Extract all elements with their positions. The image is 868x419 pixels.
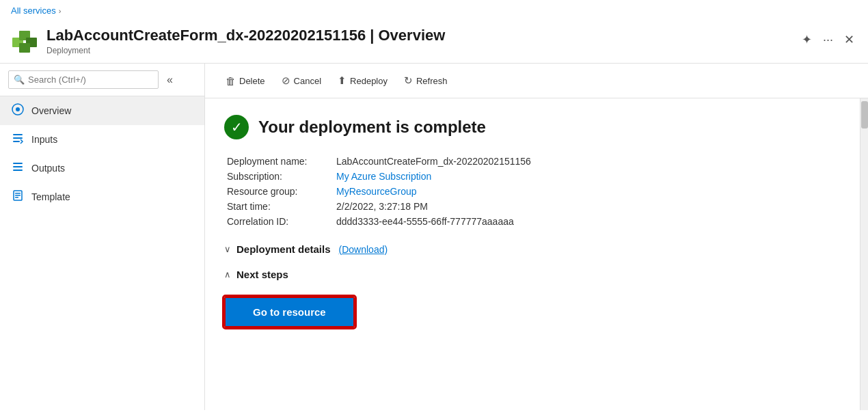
search-wrapper: 🔍 (8, 70, 159, 89)
scrollbar-track[interactable] (860, 98, 868, 410)
delete-icon: 🗑 (226, 75, 236, 87)
collapse-sidebar-button[interactable]: « (163, 71, 177, 89)
info-row-subscription: Subscription: My Azure Subscription (227, 171, 841, 182)
close-button[interactable]: ✕ (841, 31, 857, 49)
sidebar-item-overview[interactable]: Overview (0, 96, 204, 125)
next-steps-section-header[interactable]: ∧ Next steps (224, 269, 841, 280)
sidebar: 🔍 « Overview (0, 64, 205, 410)
outputs-icon (11, 161, 25, 176)
svg-rect-3 (19, 43, 30, 53)
sidebar-item-outputs-label: Outputs (31, 163, 65, 174)
more-button[interactable]: ··· (820, 31, 836, 49)
sidebar-item-inputs[interactable]: Inputs (0, 125, 204, 154)
go-to-resource-button[interactable]: Go to resource (224, 297, 355, 327)
status-title: Your deployment is complete (258, 118, 486, 137)
info-row-resource-group: Resource group: MyResourceGroup (227, 186, 841, 197)
start-time-label: Start time: (227, 201, 336, 212)
download-link[interactable]: (Download) (339, 244, 388, 255)
deployment-name-value: LabAccountCreateForm_dx-20220202151156 (336, 156, 531, 167)
refresh-label: Refresh (416, 76, 448, 86)
subscription-value[interactable]: My Azure Subscription (336, 171, 431, 182)
template-icon (11, 189, 25, 204)
next-steps-section: ∧ Next steps Go to resource (224, 269, 841, 327)
deployment-details-chevron: ∨ (224, 244, 231, 254)
content-area: 🗑 Delete ⊘ Cancel ⬆ Redeploy ↻ Refresh ✓ (205, 64, 868, 410)
breadcrumb-chevron: › (59, 7, 62, 15)
deployment-status: ✓ Your deployment is complete (224, 115, 841, 139)
content-body: ✓ Your deployment is complete Deployment… (205, 98, 860, 410)
correlation-value: dddd3333-ee44-5555-66ff-777777aaaaaa (336, 216, 514, 227)
next-steps-label: Next steps (236, 269, 288, 280)
inputs-icon (11, 132, 25, 147)
cancel-icon: ⊘ (282, 75, 290, 87)
header-actions: ✦ ··· ✕ (799, 31, 857, 49)
search-bar-container: 🔍 « (0, 64, 204, 96)
resource-icon (11, 28, 38, 57)
status-check-icon: ✓ (224, 115, 249, 139)
subscription-label: Subscription: (227, 171, 336, 182)
svg-rect-10 (13, 166, 23, 167)
info-row-start-time: Start time: 2/2/2022, 3:27:18 PM (227, 201, 841, 212)
page-header: LabAccountCreateForm_dx-20220202151156 |… (0, 21, 868, 64)
info-row-correlation: Correlation ID: dddd3333-ee44-5555-66ff-… (227, 216, 841, 227)
deployment-details-section-header[interactable]: ∨ Deployment details (Download) (224, 243, 841, 255)
toolbar: 🗑 Delete ⊘ Cancel ⬆ Redeploy ↻ Refresh (205, 64, 868, 98)
header-title-block: LabAccountCreateForm_dx-20220202151156 |… (46, 27, 791, 55)
scrollbar-thumb[interactable] (861, 101, 868, 129)
page-title: LabAccountCreateForm_dx-20220202151156 |… (46, 27, 791, 44)
info-grid: Deployment name: LabAccountCreateForm_dx… (227, 156, 841, 227)
delete-label: Delete (239, 76, 265, 86)
main-layout: 🔍 « Overview (0, 64, 868, 410)
redeploy-button[interactable]: ⬆ Redeploy (331, 70, 394, 91)
svg-rect-6 (13, 134, 23, 135)
all-services-link[interactable]: All services (11, 5, 56, 16)
correlation-label: Correlation ID: (227, 216, 336, 227)
resource-group-label: Resource group: (227, 186, 336, 197)
resource-group-value[interactable]: MyResourceGroup (336, 186, 417, 197)
refresh-button[interactable]: ↻ Refresh (397, 70, 455, 91)
redeploy-label: Redeploy (350, 76, 388, 86)
svg-rect-14 (15, 195, 21, 196)
sidebar-item-outputs[interactable]: Outputs (0, 154, 204, 183)
sidebar-item-template[interactable]: Template (0, 183, 204, 211)
sidebar-item-overview-label: Overview (31, 105, 71, 116)
sidebar-item-template-label: Template (31, 191, 70, 202)
svg-rect-13 (15, 193, 21, 194)
svg-rect-8 (13, 141, 20, 142)
svg-rect-7 (13, 137, 23, 139)
svg-point-5 (16, 107, 20, 111)
deployment-details-label: Deployment details (236, 243, 331, 255)
sidebar-nav: Overview Inputs (0, 96, 204, 211)
cancel-button[interactable]: ⊘ Cancel (275, 70, 328, 91)
cancel-label: Cancel (294, 76, 321, 86)
search-input[interactable] (8, 70, 159, 89)
svg-rect-15 (15, 197, 18, 198)
go-to-resource-container: Go to resource (224, 288, 841, 327)
next-steps-chevron: ∧ (224, 269, 231, 280)
pin-button[interactable]: ✦ (799, 31, 815, 49)
svg-rect-11 (13, 170, 23, 171)
page-subtitle: Deployment (46, 46, 791, 55)
start-time-value: 2/2/2022, 3:27:18 PM (336, 201, 428, 212)
overview-icon (11, 103, 25, 118)
svg-rect-9 (13, 163, 23, 164)
breadcrumb: All services › (0, 0, 868, 21)
info-row-deployment-name: Deployment name: LabAccountCreateForm_dx… (227, 156, 841, 167)
deployment-name-label: Deployment name: (227, 156, 336, 167)
delete-button[interactable]: 🗑 Delete (219, 71, 272, 91)
redeploy-icon: ⬆ (338, 75, 347, 87)
refresh-icon: ↻ (404, 75, 413, 87)
sidebar-item-inputs-label: Inputs (31, 134, 57, 145)
